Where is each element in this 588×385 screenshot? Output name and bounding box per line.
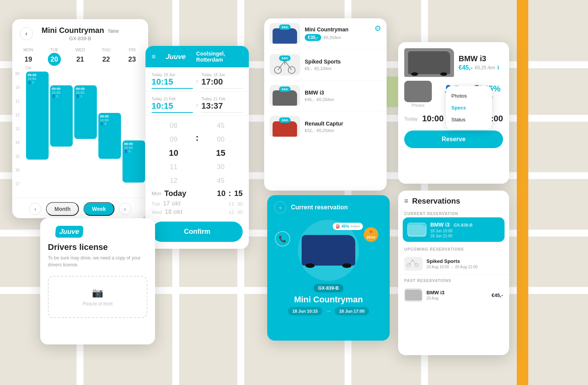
cal-event-mon-1[interactable]: 09:00 15:00 👤 2: [26, 72, 49, 160]
upcoming-bike-svg: [404, 257, 421, 269]
upcoming-bike-dates: 20 Aug 10:00 → 20 Aug 21:00: [426, 265, 503, 269]
hour-12[interactable]: 12: [152, 174, 196, 188]
hour-scroll[interactable]: 08 09 10 11 12: [152, 119, 196, 188]
bmw-info-icon: ℹ: [497, 65, 499, 70]
upcoming-bike-thumb: [404, 257, 423, 271]
reservation-back-button[interactable]: ‹: [274, 201, 286, 214]
current-section-label: CURRENT RESERVATION: [398, 209, 509, 217]
cal-event-wed-1[interactable]: 09:00 15:00 👤 1: [74, 85, 97, 139]
min-scroll[interactable]: 45 00 15 30 45: [199, 119, 243, 188]
bmw-photo-img: [404, 81, 432, 102]
selected-min: 15: [234, 189, 243, 198]
trip1-end-block[interactable]: Today, 18 Jun 17:00: [201, 73, 243, 89]
bmw-price: €45,-: [305, 97, 314, 102]
bmw-distance-badge: 34m: [279, 86, 291, 92]
time-colon: :: [196, 119, 199, 143]
trip1-end-label: Today, 18 Jun: [201, 73, 243, 77]
reservations-header: ≡ Reservations: [398, 191, 509, 209]
specs-panel-status[interactable]: Status: [446, 114, 492, 126]
current-reservation-item[interactable]: BMW i3 GX-839-B 18 Jun 10:00 18 Jun 21:0…: [403, 217, 505, 242]
renault-car-shape: [273, 121, 297, 137]
date-18-okt: 18 okt: [165, 209, 183, 215]
reservation-header: ‹ Current reservation: [267, 195, 390, 220]
car-list-item-bmw[interactable]: 34m BMW i3 €45,- €0,25/km: [264, 80, 387, 111]
reservations-menu-icon[interactable]: ≡: [404, 197, 408, 205]
cal-col-wed: 09:00 15:00 👤 1: [74, 72, 97, 198]
menu-icon[interactable]: ≡: [152, 53, 156, 61]
calendar-prev-button[interactable]: ‹: [29, 203, 41, 215]
trip2-end-time: 13:37: [201, 101, 243, 111]
trip1-start-time: 10:15: [152, 77, 193, 87]
trip1-arrow-icon: ›: [196, 77, 198, 85]
bmw-photo-thumbnail[interactable]: [404, 81, 432, 102]
calendar-car-name: Mini Countryman: [42, 26, 104, 34]
calendar-grid: 09 10 11 12 13 14 15 16 17 09:00 15:00 👤…: [12, 72, 148, 198]
license-upload-box[interactable]: 📷 Picture of front: [48, 276, 147, 318]
filter-icon[interactable]: ⚙: [374, 24, 381, 33]
hour-10-selected[interactable]: 10: [152, 146, 196, 160]
license-description: To be sure may drive, we need a copy of …: [40, 252, 155, 271]
trip1-start-block[interactable]: Today, 18 Jun 10:15: [152, 73, 193, 89]
bmw-pricing: €45,- €0,25 /km ℹ: [459, 64, 499, 71]
min-15-selected[interactable]: 15: [199, 146, 243, 160]
bmw-header: BMW i3 €45,- €0,25 /km ℹ: [398, 42, 509, 81]
confirm-button[interactable]: Confirm: [152, 222, 243, 242]
bike-pricing: €8,- €0,10/km: [305, 66, 381, 71]
month-tab-button[interactable]: Month: [46, 202, 79, 216]
mini-km-price: €0,25/km: [323, 35, 341, 40]
time-scroll-wrapper: 08 09 10 11 12 : 45 00 15 30 45: [145, 119, 249, 188]
hour-11b: 11: [229, 201, 234, 207]
cal-event-tue-1[interactable]: 09:00 15:00 👤 2: [50, 85, 73, 147]
trip2-end-label: Today, 21 Feb: [201, 97, 243, 101]
mini-price-badge: €35,-: [305, 34, 321, 41]
current-reservation-card: ‹ Current reservation 📞 📍 250m ⛽ 45% 312…: [267, 195, 390, 341]
hour-09[interactable]: 09: [152, 132, 196, 146]
cal-event-fri-1[interactable]: 09:00 15:00 👤 0: [122, 140, 145, 183]
bmw-car-shape: [273, 90, 297, 106]
calendar-day-okt: MON 19 Okt: [15, 47, 41, 70]
photos-label: Photos: [404, 103, 432, 108]
distance-badge: 📍 250m: [364, 227, 378, 242]
specs-panel-specs[interactable]: Specs: [446, 102, 492, 114]
car-list-item-bike[interactable]: 34m Spiked Sports €8,- €0,10/km: [264, 49, 387, 80]
reserve-button[interactable]: Reserve: [404, 131, 503, 148]
week-tab-button[interactable]: Week: [83, 202, 114, 216]
upcoming-reservation-bike[interactable]: Spiked Sports 20 Aug 10:00 → 20 Aug 21:0…: [398, 253, 509, 275]
reservation-title: Current reservation: [291, 204, 348, 211]
mini-car-name: Mini Countryman: [305, 26, 381, 33]
bmw-car-image: 34m: [270, 85, 300, 106]
calendar-back-button[interactable]: ‹: [20, 27, 33, 40]
trip2-start-time: 10:15: [152, 101, 193, 111]
current-res-thumb: [407, 223, 426, 237]
upload-label: Picture of front: [83, 301, 113, 307]
hour-12b: 12: [229, 209, 234, 215]
trip2-start-block[interactable]: Today, 21 Feb 10:15: [152, 97, 193, 113]
trip1-start-label: Today, 18 Jun: [152, 73, 193, 77]
cal-event-thu-1[interactable]: 09:00 15:00 👤 0: [98, 113, 121, 159]
renault-car-name: Renault Captur: [305, 121, 381, 127]
carlist-container: ⚙ 34m Mini Countryman €35,- €0,25/km 34m: [264, 18, 387, 142]
past-bmw-info: BMW i3 20 Aug: [426, 290, 444, 300]
min-45[interactable]: 45: [199, 119, 243, 132]
past-reservation-bmw[interactable]: BMW i3 20 Aug €45,-: [398, 284, 509, 306]
day-tue: Tue: [152, 201, 160, 207]
hour-11[interactable]: 11: [152, 160, 196, 174]
trip2-end-block[interactable]: Today, 21 Feb 13:37: [201, 97, 243, 113]
min-45b[interactable]: 45: [199, 174, 243, 188]
hour-08[interactable]: 08: [152, 119, 196, 132]
calendar-next-button[interactable]: ›: [119, 203, 131, 215]
bmw-car-thumbnail: [404, 48, 454, 77]
specs-panel-photos[interactable]: Photos: [446, 90, 492, 102]
license-juuve-logo: Juuve: [55, 226, 84, 238]
mini-car-shape: [273, 28, 297, 44]
min-00[interactable]: 00: [199, 132, 243, 146]
min-30[interactable]: 30: [199, 160, 243, 174]
phone-button[interactable]: 📞: [275, 231, 290, 246]
past-bmw-date: 20 Aug: [426, 296, 444, 300]
car-list-item-renault[interactable]: 34m Renault Captur €32,- €0,25/km: [264, 111, 387, 142]
past-bmw-car-shape: [405, 290, 422, 300]
car-list-item-mini[interactable]: 34m Mini Countryman €35,- €0,25/km: [264, 18, 387, 49]
tp-divider-2: [145, 115, 249, 116]
past-section-label: PAST RESERVATIONS: [398, 276, 509, 284]
past-bmw-name: BMW i3: [426, 290, 444, 295]
